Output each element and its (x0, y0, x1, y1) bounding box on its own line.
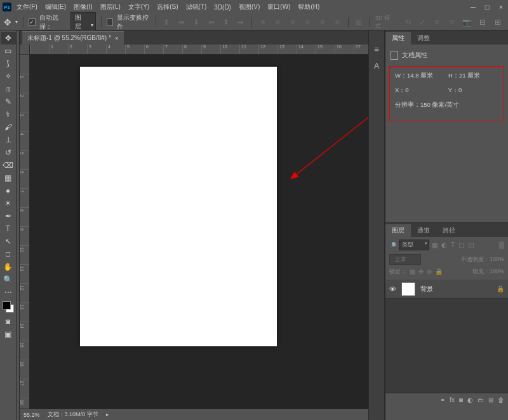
align-left-icon[interactable]: ⬅ (206, 16, 217, 29)
menu-edit[interactable]: 编辑(E) (43, 1, 69, 13)
menu-type[interactable]: 文字(Y) (126, 1, 152, 13)
distribute-icon-6[interactable]: ≡ (331, 16, 342, 29)
lasso-tool[interactable]: ⟆ (1, 57, 16, 70)
filter-adjust-icon[interactable]: ◐ (441, 241, 447, 248)
eyedropper-tool[interactable]: ✎ (1, 95, 16, 108)
opacity-value[interactable]: 100% (490, 256, 504, 262)
edit-toolbar[interactable]: ⋯ (1, 286, 16, 299)
document-tab[interactable]: 未标题-1 @ 55.2%(RGB/8#) * × (22, 31, 124, 44)
lock-position-icon[interactable]: ✥ (418, 268, 424, 275)
filter-smart-icon[interactable]: ◫ (468, 241, 474, 248)
delete-layer-icon[interactable]: 🗑 (498, 396, 504, 403)
tab-adjustments[interactable]: 调整 (411, 32, 436, 44)
align-hcenter-icon[interactable]: ⬍ (220, 16, 231, 29)
pen-tool[interactable]: ✒ (1, 210, 16, 222)
fill-value[interactable]: 100% (490, 268, 504, 274)
distribute-icon-5[interactable]: ≡ (317, 16, 328, 29)
gradient-tool[interactable]: ▦ (1, 172, 16, 184)
lock-artboard-icon[interactable]: ⊕ (427, 268, 432, 275)
auto-select-target[interactable]: 图层 (70, 12, 95, 32)
3d-roll-icon[interactable]: ⤢ (417, 16, 427, 29)
status-zoom[interactable]: 55.2% (23, 412, 40, 418)
history-brush-tool[interactable]: ↺ (1, 146, 16, 159)
blur-tool[interactable]: ● (1, 184, 16, 197)
shape-tool[interactable]: □ (1, 248, 16, 261)
status-docinfo[interactable]: 文档：3.10M/0 字节 (48, 410, 98, 419)
crop-tool[interactable]: ⟃ (1, 83, 16, 95)
eraser-tool[interactable]: ⌫ (1, 159, 16, 172)
layer-mask-icon[interactable]: ◙ (459, 396, 463, 403)
layer-name[interactable]: 背景 (420, 285, 433, 294)
menu-layer[interactable]: 图层(L) (98, 1, 123, 13)
color-swatch[interactable] (3, 301, 14, 313)
tab-paths[interactable]: 路径 (436, 224, 462, 237)
3d-pan-icon[interactable]: ⤧ (432, 16, 443, 29)
menu-help[interactable]: 帮助(H) (295, 1, 322, 13)
filter-shape-icon[interactable]: ▢ (458, 241, 464, 248)
blend-mode-dropdown[interactable]: 正常 (389, 254, 421, 265)
auto-select-checkbox[interactable]: ✓ (29, 18, 36, 26)
healing-brush-tool[interactable]: ⚕ (1, 108, 16, 121)
arrange-icon[interactable]: ⊞ (354, 16, 364, 29)
3d-orbit-icon[interactable]: ⟲ (402, 16, 413, 29)
panel-expand-icon[interactable]: ⊞ (491, 16, 504, 29)
quick-mask[interactable]: ◙ (1, 315, 16, 328)
group-icon[interactable]: 🗀 (478, 396, 484, 403)
zoom-tool[interactable]: 🔍 (1, 273, 16, 286)
3d-camera-icon[interactable]: 📷 (462, 16, 472, 29)
filter-type-icon[interactable]: T (451, 241, 455, 248)
tab-layers[interactable]: 图层 (385, 224, 411, 237)
screen-mode[interactable]: ▣ (1, 328, 16, 341)
menu-file[interactable]: 文件(F) (14, 1, 40, 13)
filter-pixel-icon[interactable]: ▦ (432, 241, 438, 248)
menu-window[interactable]: 窗口(W) (265, 1, 293, 13)
close-button[interactable]: × (497, 3, 505, 11)
align-bottom-icon[interactable]: ⬇ (190, 16, 201, 29)
maximize-button[interactable]: □ (483, 3, 491, 11)
marquee-tool[interactable]: ▭ (1, 44, 16, 57)
layer-thumbnail[interactable] (401, 282, 415, 296)
align-top-icon[interactable]: ⬆ (161, 16, 171, 29)
align-right-icon[interactable]: ➡ (236, 16, 246, 29)
tab-properties[interactable]: 属性 (385, 32, 411, 44)
lock-pixels-icon[interactable]: ▦ (410, 268, 415, 275)
distribute-icon-4[interactable]: ≡ (302, 16, 312, 29)
menu-image[interactable]: 图像(I) (71, 1, 95, 13)
move-tool[interactable]: ✥ (1, 32, 16, 44)
3d-slide-icon[interactable]: ⤱ (446, 16, 457, 29)
lock-all-icon[interactable]: 🔒 (435, 268, 443, 275)
hand-tool[interactable]: ✋ (1, 261, 16, 273)
align-vcenter-icon[interactable]: ⬌ (176, 16, 187, 29)
distribute-icon-2[interactable]: ≡ (272, 16, 283, 29)
filter-toggle[interactable] (499, 241, 504, 249)
layer-lock-icon[interactable]: 🔒 (497, 285, 504, 292)
layer-item-background[interactable]: 👁 背景 🔒 (385, 280, 508, 299)
character-panel-icon[interactable]: A (371, 60, 382, 71)
distribute-icon-3[interactable]: ≡ (287, 16, 298, 29)
history-panel-icon[interactable]: ≡ (371, 43, 382, 55)
path-select-tool[interactable]: ↖ (1, 235, 16, 248)
close-tab-icon[interactable]: × (115, 35, 119, 42)
dodge-tool[interactable]: ☀ (1, 197, 16, 210)
adjustment-layer-icon[interactable]: ◐ (467, 396, 473, 403)
ruler-horizontal[interactable]: 123456789101112131415161718 (30, 44, 368, 55)
menu-3d[interactable]: 3D(D) (211, 3, 234, 12)
menu-select[interactable]: 选择(S) (154, 1, 180, 13)
menu-filter[interactable]: 滤镜(T) (184, 1, 210, 13)
visibility-icon[interactable]: 👁 (389, 285, 396, 293)
canvas[interactable] (80, 67, 277, 346)
distribute-icon-1[interactable]: ≡ (257, 16, 268, 29)
show-transform-checkbox[interactable] (107, 18, 114, 26)
menu-view[interactable]: 视图(V) (236, 1, 262, 13)
magic-wand-tool[interactable]: ✧ (1, 70, 16, 83)
layer-style-icon[interactable]: fx (450, 396, 455, 403)
type-tool[interactable]: T (1, 222, 16, 235)
brush-tool[interactable]: 🖌 (1, 121, 16, 133)
link-layers-icon[interactable]: ⚭ (440, 396, 445, 403)
tab-channels[interactable]: 通道 (411, 224, 436, 237)
filter-type-dropdown[interactable]: 类型 (399, 240, 429, 250)
minimize-button[interactable]: ─ (469, 3, 478, 11)
new-layer-icon[interactable]: ⊞ (488, 396, 493, 403)
stamp-tool[interactable]: ⊥ (1, 133, 16, 146)
panel-collapse-icon[interactable]: ⊟ (476, 16, 489, 29)
